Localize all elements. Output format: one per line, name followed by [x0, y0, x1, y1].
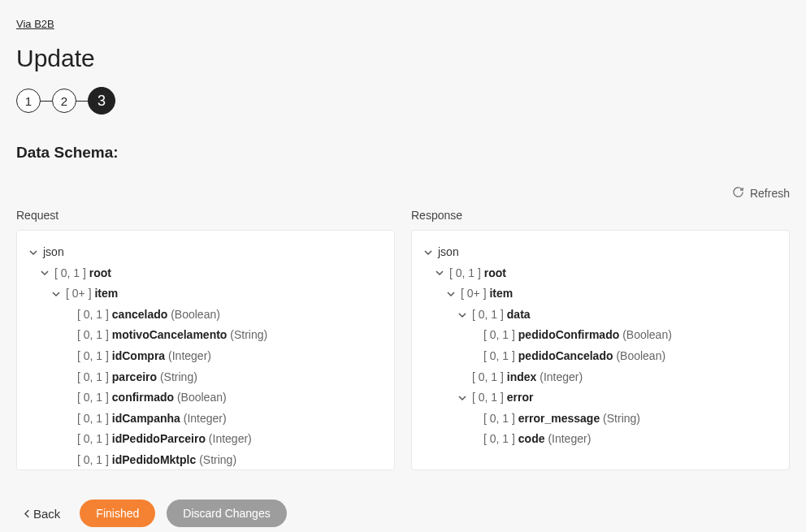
chevron-left-icon: [24, 507, 30, 521]
tree-node-text: [ 0, 1 ] cancelado (Boolean): [77, 307, 220, 323]
response-tree: json[ 0, 1 ] root[ 0+ ] item[ 0, 1 ] dat…: [423, 242, 778, 450]
step-3[interactable]: 3: [88, 87, 115, 115]
page-title: Update: [16, 45, 790, 72]
tree-node-text: [ 0, 1 ] idPedidoMktplc (String): [77, 452, 236, 469]
tree-node[interactable]: [ 0+ ] item: [446, 283, 778, 305]
tree-node-text: json: [43, 244, 64, 261]
back-button[interactable]: Back: [16, 507, 68, 521]
tree-node-text: [ 0, 1 ] idPedidoParceiro (Integer): [77, 431, 252, 448]
refresh-icon: [732, 186, 744, 201]
tree-node: [ 0, 1 ] idCampanha (Integer): [63, 409, 383, 430]
request-tree: json[ 0, 1 ] root[ 0+ ] item[ 0, 1 ] can…: [28, 242, 383, 470]
tree-node-text: [ 0, 1 ] code (Integer): [483, 431, 591, 448]
breadcrumb[interactable]: Via B2B: [16, 18, 54, 30]
tree-node: [ 0, 1 ] idCompra (Integer): [63, 346, 383, 367]
refresh-button[interactable]: Refresh: [732, 186, 790, 201]
tree-node-text: [ 0, 1 ] motivoCancelamento (String): [77, 327, 267, 344]
tree-node-text: [ 0+ ] item: [461, 286, 513, 302]
request-panel: json[ 0, 1 ] root[ 0+ ] item[ 0, 1 ] can…: [16, 230, 395, 470]
tree-node: [ 0, 1 ] pedidoConfirmado (Boolean): [469, 325, 778, 346]
stepper: 1 2 3: [16, 87, 790, 115]
tree-node-text: [ 0, 1 ] root: [54, 266, 111, 282]
tree-node-text: [ 0, 1 ] idCampanha (Integer): [77, 411, 227, 427]
tree-node-text: [ 0, 1 ] confirmado (Boolean): [77, 390, 227, 406]
tree-node[interactable]: json: [28, 242, 383, 263]
tree-node-text: [ 0, 1 ] error_message (String): [483, 411, 640, 427]
tree-node-text: [ 0, 1 ] pedidoConfirmado (Boolean): [483, 327, 672, 344]
tree-node[interactable]: [ 0, 1 ] error: [457, 387, 778, 409]
chevron-down-icon[interactable]: [435, 269, 444, 277]
step-1[interactable]: 1: [16, 89, 41, 113]
chevron-down-icon[interactable]: [457, 311, 467, 319]
chevron-down-icon[interactable]: [28, 249, 38, 257]
tree-node: [ 0, 1 ] motivoCancelamento (String): [63, 325, 383, 346]
request-heading: Request: [16, 209, 395, 222]
tree-node: [ 0, 1 ] idPedidoMktplc (String): [63, 450, 383, 470]
tree-node: [ 0, 1 ] pedidoCancelado (Boolean): [469, 346, 778, 367]
tree-node-text: [ 0, 1 ] index (Integer): [472, 370, 583, 386]
tree-node-text: [ 0, 1 ] root: [449, 266, 506, 282]
tree-node-text: [ 0, 1 ] parceiro (String): [77, 370, 197, 386]
tree-node[interactable]: [ 0, 1 ] root: [40, 263, 383, 284]
step-connector: [41, 101, 52, 102]
tree-node[interactable]: [ 0+ ] item: [51, 283, 383, 305]
tree-node[interactable]: json: [423, 242, 778, 263]
tree-node-text: [ 0, 1 ] pedidoCancelado (Boolean): [483, 348, 665, 365]
response-heading: Response: [411, 209, 790, 222]
chevron-down-icon[interactable]: [40, 269, 50, 277]
tree-node-text: [ 0, 1 ] error: [472, 390, 534, 406]
tree-node-text: [ 0, 1 ] idCompra (Integer): [77, 348, 211, 365]
chevron-down-icon[interactable]: [446, 290, 456, 298]
refresh-label: Refresh: [750, 187, 790, 200]
response-panel: json[ 0, 1 ] root[ 0+ ] item[ 0, 1 ] dat…: [411, 230, 790, 470]
chevron-down-icon[interactable]: [51, 290, 61, 298]
tree-node-text: [ 0, 1 ] data: [472, 307, 531, 323]
tree-node-text: [ 0+ ] item: [66, 286, 118, 302]
step-2[interactable]: 2: [52, 89, 76, 113]
tree-node[interactable]: [ 0, 1 ] root: [435, 263, 778, 284]
tree-node: [ 0, 1 ] parceiro (String): [63, 367, 383, 388]
tree-node[interactable]: [ 0, 1 ] data: [457, 305, 778, 326]
step-connector: [76, 101, 88, 102]
tree-node: [ 0, 1 ] cancelado (Boolean): [63, 305, 383, 326]
tree-node: [ 0, 1 ] idPedidoParceiro (Integer): [63, 429, 383, 450]
chevron-down-icon[interactable]: [457, 394, 467, 402]
tree-node: [ 0, 1 ] error_message (String): [469, 409, 778, 430]
tree-node: [ 0, 1 ] code (Integer): [469, 429, 778, 450]
back-label: Back: [33, 507, 60, 521]
tree-node: [ 0, 1 ] confirmado (Boolean): [63, 387, 383, 409]
discard-button[interactable]: Discard Changes: [167, 500, 286, 527]
tree-node-text: json: [438, 244, 459, 261]
tree-node: [ 0, 1 ] index (Integer): [457, 367, 778, 388]
section-title: Data Schema:: [16, 144, 790, 162]
finished-button[interactable]: Finished: [80, 500, 155, 527]
chevron-down-icon[interactable]: [423, 249, 433, 257]
